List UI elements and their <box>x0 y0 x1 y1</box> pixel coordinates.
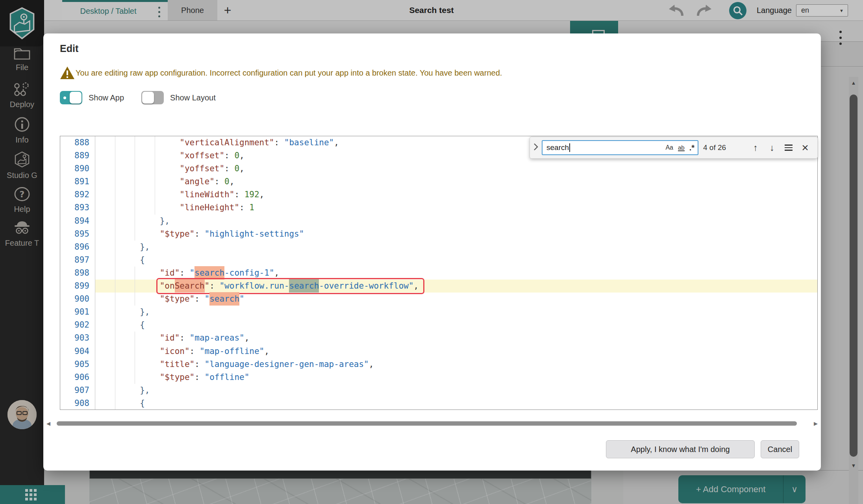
code-line-895[interactable]: 895 "$type": "highlight-settings" <box>60 228 817 241</box>
line-number: 893 <box>60 201 95 214</box>
indent-guide <box>135 358 135 371</box>
indent-guide <box>155 162 155 175</box>
code-line-899[interactable]: 899 "onSearch": "workflow.run-search-ove… <box>60 280 817 293</box>
indent-guide <box>135 175 135 188</box>
indent-guide <box>135 267 135 280</box>
scroll-left-icon[interactable]: ◀ <box>46 421 50 426</box>
find-input[interactable]: search Aa ab .* <box>542 140 698 155</box>
code-line-902[interactable]: 902 { <box>60 319 817 332</box>
line-number: 896 <box>60 241 95 254</box>
indent-guide <box>115 280 115 293</box>
toggles-row: Show AppShow Layout <box>60 91 216 104</box>
match-case-button[interactable]: Aa <box>665 144 673 151</box>
apply-button[interactable]: Apply, I know what I'm doing <box>606 440 755 458</box>
indent-guide <box>115 136 115 149</box>
code-line-897[interactable]: 897 { <box>60 254 817 267</box>
code-line-893[interactable]: 893 "lineHeight": 1 <box>60 201 817 214</box>
indent-guide <box>155 188 155 201</box>
line-number: 894 <box>60 215 95 228</box>
find-in-selection-button[interactable] <box>782 141 795 154</box>
indent-guide <box>115 188 115 201</box>
indent-guide <box>135 371 135 384</box>
indent-guide <box>115 201 115 214</box>
indent-guide <box>135 332 135 345</box>
toggle-label: Show Layout <box>170 93 216 102</box>
indent-guide <box>115 162 115 175</box>
indent-guide <box>155 201 155 214</box>
code-line-907[interactable]: 907 }, <box>60 384 817 397</box>
find-next-button[interactable]: ↓ <box>765 141 779 154</box>
line-number: 901 <box>60 306 95 319</box>
code-line-905[interactable]: 905 "title": "language-designer-gen-map-… <box>60 358 817 371</box>
indent-guide <box>115 215 115 228</box>
code-line-894[interactable]: 894 }, <box>60 215 817 228</box>
edit-modal: Edit You are editing raw app configurati… <box>43 33 821 471</box>
line-number: 902 <box>60 319 95 332</box>
indent-guide <box>135 215 135 228</box>
code-line-908[interactable]: 908 { <box>60 397 817 410</box>
code-line-901[interactable]: 901 }, <box>60 306 817 319</box>
line-number: 892 <box>60 188 95 201</box>
current-search-match: search <box>289 279 319 293</box>
indent-guide <box>135 280 135 293</box>
indent-guide <box>115 293 115 306</box>
indent-guide <box>135 293 135 306</box>
find-previous-button[interactable]: ↑ <box>749 141 762 154</box>
line-number: 895 <box>60 228 95 241</box>
code-line-900[interactable]: 900 "$type": "search" <box>60 293 817 306</box>
line-number: 888 <box>60 136 95 149</box>
code-line-892[interactable]: 892 "lineWidth": 192, <box>60 188 817 201</box>
line-number: 900 <box>60 293 95 306</box>
find-widget: search Aa ab .* 4 of 26 ↑ ↓ × <box>530 137 818 159</box>
indent-guide <box>135 162 135 175</box>
indent-guide <box>115 267 115 280</box>
code-line-896[interactable]: 896 }, <box>60 241 817 254</box>
line-number: 905 <box>60 358 95 371</box>
line-number: 899 <box>60 280 95 293</box>
highlighted-line-box: "onSearch": "workflow.run-search-overrid… <box>156 278 425 294</box>
whole-word-button[interactable]: ab <box>678 145 685 151</box>
toggle-off-switch[interactable] <box>141 91 164 104</box>
code-line-890[interactable]: 890 "yoffset": 0, <box>60 162 817 175</box>
toggle-show-layout: Show Layout <box>141 91 216 104</box>
indent-guide <box>115 358 115 371</box>
indent-guide <box>115 345 115 358</box>
find-close-button[interactable]: × <box>798 141 812 154</box>
code-line-906[interactable]: 906 "$type": "offline" <box>60 371 817 384</box>
toggle-on-switch[interactable] <box>60 91 82 104</box>
selection-lines-icon <box>785 145 793 151</box>
text-cursor <box>569 143 570 152</box>
code-line-904[interactable]: 904 "icon": "map-offline", <box>60 345 817 358</box>
cancel-button[interactable]: Cancel <box>761 440 799 458</box>
indent-guide <box>155 136 155 149</box>
toggle-label: Show App <box>89 93 124 102</box>
indent-guide <box>115 306 115 319</box>
scroll-right-icon[interactable]: ▶ <box>814 421 818 426</box>
indent-guide <box>115 332 115 345</box>
indent-guide <box>135 188 135 201</box>
toggle-show-app: Show App <box>60 91 124 104</box>
indent-guide <box>115 228 115 241</box>
warning-text: You are editing raw app configuration. I… <box>76 69 502 78</box>
line-number: 903 <box>60 332 95 345</box>
indent-guide <box>115 254 115 267</box>
indent-guide <box>115 371 115 384</box>
line-number: 897 <box>60 254 95 267</box>
indent-guide <box>115 319 115 332</box>
warning-banner: You are editing raw app configuration. I… <box>60 66 502 80</box>
regex-button[interactable]: .* <box>689 143 694 152</box>
code-line-891[interactable]: 891 "angle": 0, <box>60 175 817 188</box>
line-number: 890 <box>60 162 95 175</box>
indent-guide <box>135 345 135 358</box>
indent-guide <box>155 175 155 188</box>
code-editor[interactable]: 888 "verticalAlignment": "baseline",889 … <box>60 136 818 410</box>
search-match: search <box>209 292 239 306</box>
indent-guide <box>115 384 115 397</box>
editor-horizontal-scrollbar[interactable]: ◀ ▶ <box>46 421 818 426</box>
indent-guide <box>135 228 135 241</box>
indent-guide <box>115 175 115 188</box>
find-expander-chevron-icon[interactable] <box>530 143 542 152</box>
indent-guide <box>115 149 115 162</box>
scrollbar-thumb[interactable] <box>57 421 797 426</box>
code-line-903[interactable]: 903 "id": "map-areas", <box>60 332 817 345</box>
